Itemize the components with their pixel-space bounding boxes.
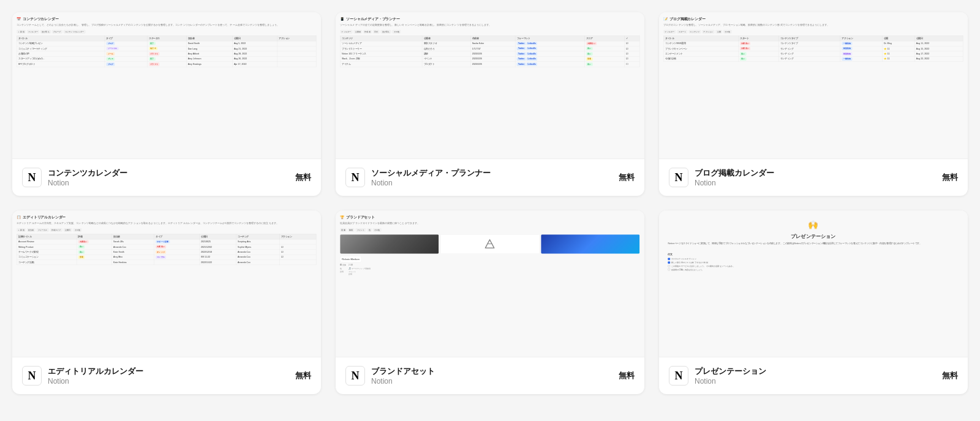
preview-desc-2: ソーシャルメディアの全ての定期更新を整理し、新しいキャンペーンと戦略を計画し、効…	[340, 23, 639, 27]
brand-image-blue	[541, 234, 639, 254]
card-blog-calendar[interactable]: 📝 ブログ掲載カレンダー ブログのコンテンツを整理し、ソーシャルメディア、プロモ…	[659, 12, 968, 196]
toolbar-strip-2: フィルター 公開者 作成者 日付 並び替え その他	[340, 30, 639, 34]
footer-info-1: コンテンツカレンダー Notion	[48, 168, 289, 187]
card-author-3: Notion	[695, 179, 936, 187]
card-footer-3: N ブログ掲載カレンダー Notion 無料	[659, 159, 968, 196]
brand-preview-images	[340, 234, 639, 254]
toolbar-strip-4: ＋ 新規 担当者 フォーカス 作成タイプ 公開日 その他	[17, 228, 316, 232]
card-footer-1: N コンテンツカレンダー Notion 無料	[12, 159, 321, 196]
notion-icon-3: N	[669, 168, 688, 187]
check-2	[668, 261, 670, 264]
card-price-4: 無料	[295, 370, 311, 381]
checklist: カスタムウォレルオプション 新しい割引率のリストは終了するまで有効 この用途のサ…	[663, 258, 963, 271]
check-label-3: この用途のサービスに注目しましょう。その要約が必要なシーンもある。	[671, 265, 735, 267]
preview-desc-5: 社員全員がブランドガイドラインを最新の状態に保つことができます。	[340, 222, 639, 225]
brand-image-texture	[340, 234, 439, 254]
preview-table-1: タイトルタイプステータス担当者公開日アクション コンテンツ戦略プレゼンブログ完了…	[17, 35, 316, 67]
toolbar-strip-5: 画像 動画 フォント 色 その他	[340, 228, 639, 232]
card-footer-4: N エディトリアルカレンダー Notion 無料	[12, 357, 321, 394]
footer-info-3: ブログ掲載カレンダー Notion	[695, 168, 936, 187]
preview-title-4: 📋 エディトリアルカレンダー	[17, 215, 316, 220]
card-footer-5: N ブランドアセット Notion 無料	[336, 357, 644, 394]
card-preview-blog-calendar: 📝 ブログ掲載カレンダー ブログのコンテンツを整理し、ソーシャルメディア、プロモ…	[659, 12, 968, 159]
footer-info-4: エディトリアルカレンダー Notion	[48, 366, 289, 386]
check-label-1: カスタムウォレルオプション	[671, 258, 696, 260]
card-presentation[interactable]: 🙌 プレゼンテーション Notionページをスライドショーに変換して、簡単な手順…	[659, 210, 968, 394]
notion-icon-1: N	[22, 168, 42, 187]
card-price-1: 無料	[295, 172, 311, 183]
card-title-1: コンテンツカレンダー	[48, 168, 289, 179]
card-title-5: ブランドアセット	[371, 366, 612, 377]
card-footer-6: N プレゼンテーション Notion 無料	[659, 357, 968, 394]
card-price-2: 無料	[619, 172, 635, 183]
card-author-5: Notion	[371, 377, 612, 386]
footer-info-6: プレゼンテーション Notion	[695, 366, 936, 386]
notion-icon-2: N	[345, 168, 365, 187]
preview-desc-1: コンテンツチームとして、どのように自分たちが計画し、管理し、ブログ投稿やソーシャ…	[17, 23, 316, 27]
preview-title-5: 🏆 ブランドアセット	[340, 215, 639, 220]
card-preview-brand-assets: 🏆 ブランドアセット 社員全員がブランドガイドラインを最新の状態に保つことができ…	[336, 210, 644, 357]
brand-font-section: Roboto Medium	[340, 256, 639, 262]
pres-title: プレゼンテーション	[668, 233, 959, 240]
notion-icon-4: N	[22, 366, 42, 386]
check-3	[668, 265, 670, 267]
check-1	[668, 258, 670, 260]
brand-labels: 🖼 画像 2 GB 色説明 🎵 マーケティング用動画フォント説明	[340, 264, 639, 275]
card-brand-assets[interactable]: 🏆 ブランドアセット 社員全員がブランドガイドラインを最新の状態に保つことができ…	[336, 210, 644, 394]
preview-table-4: 記事タイトル評価担当者タイプ公開日コーチングアクション Account Revi…	[17, 234, 316, 265]
card-preview-editorial-calendar: 📋 エディトリアルカレンダー エディトリアルチームの方向性、スキルアップ支援、コ…	[12, 210, 321, 357]
check-label-2: 新しい割引率のリストは終了するまで有効	[671, 261, 708, 264]
checklist-label: 付文	[668, 253, 963, 256]
card-price-3: 無料	[942, 172, 958, 183]
brand-image-logo	[440, 234, 539, 254]
card-title-4: エディトリアルカレンダー	[48, 366, 289, 377]
preview-table-2: コンテンツ公開者作成者フォーマットスコア✓ ソーシャルメディア東京スタジオSas…	[340, 35, 639, 67]
card-footer-2: N ソーシャルメディア・プランナー Notion 無料	[336, 159, 644, 196]
presentation-center: 🙌 プレゼンテーション Notionページをスライドショーに変換して、簡単な手順…	[663, 215, 963, 250]
card-price-5: 無料	[619, 370, 635, 381]
toolbar-strip-3: フィルター スタート コンテンツ アクション 公開 その他	[663, 30, 963, 34]
toolbar-strip-1: ＋ 新規 フィルター 並び替え グループ コンテンツカレンダー	[17, 30, 316, 34]
card-author-1: Notion	[48, 179, 289, 187]
preview-title-3: 📝 ブログ掲載カレンダー	[663, 17, 963, 21]
card-author-4: Notion	[48, 377, 289, 386]
card-social-media[interactable]: 📱 ソーシャルメディア・プランナー ソーシャルメディアの全ての定期更新を整理し、…	[336, 12, 644, 196]
footer-info-2: ソーシャルメディア・プランナー Notion	[371, 168, 612, 187]
preview-title-2: 📱 ソーシャルメディア・プランナー	[340, 17, 639, 21]
card-author-6: Notion	[695, 377, 936, 386]
card-preview-content-calendar: 📅 コンテンツカレンダー コンテンツチームとして、どのように自分たちが計画し、管…	[12, 12, 321, 159]
card-title-3: ブログ掲載カレンダー	[695, 168, 936, 179]
preview-title-1: 📅 コンテンツカレンダー	[17, 17, 316, 21]
card-editorial-calendar[interactable]: 📋 エディトリアルカレンダー エディトリアルチームの方向性、スキルアップ支援、コ…	[12, 210, 321, 394]
pres-emoji: 🙌	[668, 219, 959, 231]
card-title-2: ソーシャルメディア・プランナー	[371, 168, 612, 179]
card-preview-presentation: 🙌 プレゼンテーション Notionページをスライドショーに変換して、簡単な手順…	[659, 210, 968, 357]
footer-info-5: ブランドアセット Notion	[371, 366, 612, 386]
card-author-2: Notion	[371, 179, 612, 187]
notion-icon-6: N	[669, 366, 688, 386]
card-title-6: プレゼンテーション	[695, 366, 936, 377]
pres-body: Notionページをスライドショーに変換して、簡単な手順でプロフェッショナルなプ…	[668, 242, 959, 246]
check-label-4: 各質問のCTAに内容を伝えましょう。	[671, 268, 704, 270]
preview-table-3: タイトルスタートコンテンツタイプアクション公開公開日 コンテンツ/SNS運用大変…	[663, 35, 963, 61]
card-preview-social-media: 📱 ソーシャルメディア・プランナー ソーシャルメディアの全ての定期更新を整理し、…	[336, 12, 644, 159]
card-price-6: 無料	[942, 370, 958, 381]
check-4	[668, 269, 670, 271]
preview-desc-4: エディトリアルチームの方向性、スキルアップ支援、コンテンツ戦略などの成長につなが…	[17, 222, 316, 225]
notion-icon-5: N	[345, 366, 365, 386]
template-grid: 📅 コンテンツカレンダー コンテンツチームとして、どのように自分たちが計画し、管…	[12, 12, 968, 394]
preview-desc-3: ブログのコンテンツを整理し、ソーシャルメディア、プロモーション戦略、効果的に複数…	[663, 23, 963, 27]
brand-font-label: Roboto Medium	[340, 256, 361, 262]
card-content-calendar[interactable]: 📅 コンテンツカレンダー コンテンツチームとして、どのように自分たちが計画し、管…	[12, 12, 321, 196]
